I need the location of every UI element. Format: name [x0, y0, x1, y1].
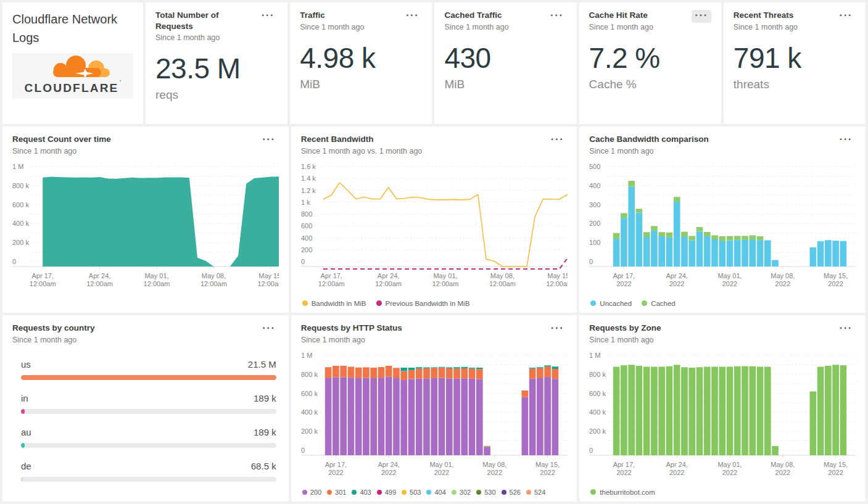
bar-segment: [438, 378, 445, 455]
svg-text:1 M: 1 M: [12, 163, 23, 170]
requests-by-http-status-panel: Requests by HTTP Status Since 1 month ag…: [291, 315, 577, 502]
panel-menu-button[interactable]: ···: [547, 10, 566, 23]
svg-text:500: 500: [589, 163, 600, 170]
legend-item[interactable]: Cached: [642, 300, 676, 307]
svg-text:Apr 24,: Apr 24,: [89, 272, 110, 279]
chart-subtitle: Since 1 month ago: [589, 336, 661, 344]
stat-unit: Cache %: [589, 78, 711, 91]
svg-text:300: 300: [589, 200, 600, 208]
request-count-chart[interactable]: 1 M800 k600 k400 k200 k0Apr 17,12:00amAp…: [12, 159, 279, 298]
stat-subtitle: Since 1 month ago: [444, 23, 508, 31]
legend-dot-icon: [302, 300, 308, 306]
legend-dot-icon: [476, 490, 481, 495]
bar-segment: [750, 239, 756, 266]
bar-segment: [461, 366, 468, 368]
legend-item[interactable]: 200: [302, 489, 321, 496]
bar-segment: [521, 397, 528, 455]
panel-menu-button[interactable]: ···: [837, 134, 856, 147]
chart-subtitle: Since 1 month ago: [12, 336, 95, 344]
legend-dot-icon: [402, 490, 407, 495]
legend-item[interactable]: 530: [476, 489, 495, 496]
svg-text:12:00am: 12:00am: [257, 280, 279, 287]
svg-text:Apr 24,: Apr 24,: [378, 461, 399, 468]
bar-segment: [643, 237, 650, 266]
svg-text:1.4 k: 1.4 k: [301, 175, 316, 182]
panel-menu-button[interactable]: ···: [258, 10, 278, 23]
bar-segment: [400, 371, 407, 380]
bar-segment: [468, 368, 475, 369]
bar-segment: [704, 236, 711, 266]
legend-item[interactable]: 526: [502, 489, 521, 496]
legend-dot-icon: [327, 490, 332, 495]
legend-item[interactable]: Bandwidth in MiB: [302, 300, 366, 307]
svg-text:400: 400: [301, 234, 312, 241]
panel-menu-button[interactable]: ···: [837, 10, 856, 23]
svg-text:400 k: 400 k: [12, 220, 29, 227]
country-row[interactable]: us21.5 M: [21, 359, 276, 380]
legend-item[interactable]: 499: [377, 489, 396, 496]
panel-menu-button[interactable]: ···: [837, 323, 856, 336]
svg-text:May 15,: May 15,: [258, 272, 279, 279]
panel-menu-button[interactable]: ···: [259, 134, 278, 147]
country-row[interactable]: au189 k: [21, 427, 276, 448]
svg-text:0: 0: [301, 447, 305, 454]
http-status-chart[interactable]: 1 M800 k600 k400 k200 k0Apr 17,2022Apr 2…: [301, 348, 568, 487]
bar-segment: [643, 232, 650, 237]
country-label: in: [21, 393, 28, 403]
bar-segment: [324, 378, 331, 455]
recent-bandwidth-chart[interactable]: 1.6 k1.4 k1.2 k1 k8006004002000Apr 17,12…: [301, 159, 568, 298]
stat-value: 791 k: [734, 41, 856, 75]
legend-item[interactable]: 302: [452, 489, 471, 496]
bar-segment: [696, 226, 703, 231]
svg-text:12:00am: 12:00am: [200, 280, 227, 287]
bar-segment: [613, 233, 620, 238]
legend-item[interactable]: theburritobot.com: [590, 489, 655, 496]
svg-text:0: 0: [589, 258, 593, 265]
svg-text:Apr 17,: Apr 17,: [613, 272, 635, 279]
bar-segment: [689, 368, 696, 455]
stat-title: Cached Traffic: [444, 10, 508, 21]
svg-text:12:00am: 12:00am: [86, 280, 113, 287]
panel-menu-button[interactable]: ···: [548, 134, 567, 147]
requests-by-zone-chart[interactable]: 1 M800 k600 k400 k200 k0Apr 17,2022Apr 2…: [589, 348, 856, 487]
legend-item[interactable]: 403: [352, 489, 371, 496]
country-bar-fill: [21, 443, 25, 448]
panel-menu-button[interactable]: ···: [548, 323, 567, 336]
bar-segment: [840, 241, 847, 266]
bar-segment: [552, 379, 558, 455]
svg-text:2022: 2022: [540, 469, 555, 476]
country-row[interactable]: in189 k: [21, 393, 276, 414]
bar-segment: [613, 366, 620, 455]
bar-segment: [621, 365, 627, 455]
bar-segment: [817, 241, 824, 266]
country-row[interactable]: de68.5 k: [21, 461, 276, 482]
svg-text:May 01,: May 01,: [433, 272, 457, 279]
country-bars-list: us21.5 Min189 kau189 kde68.5 k: [12, 359, 279, 482]
legend-dot-icon: [526, 490, 531, 495]
legend-item[interactable]: Uncached: [590, 300, 632, 307]
legend-label: Bandwidth in MiB: [312, 300, 366, 307]
panel-menu-button[interactable]: ···: [403, 10, 422, 23]
bar-segment: [659, 366, 666, 455]
cache-bandwidth-chart[interactable]: 5004003002001000Apr 17,2022Apr 24,2022Ma…: [589, 159, 856, 298]
panel-menu-button[interactable]: ···: [259, 323, 278, 336]
bar-segment: [674, 202, 680, 266]
panel-menu-button[interactable]: ···: [692, 10, 711, 23]
bar-segment: [393, 378, 400, 455]
svg-text:600 k: 600 k: [301, 389, 318, 397]
bar-segment: [363, 378, 370, 455]
bar-segment: [651, 226, 658, 230]
chart-title: Requests by country: [12, 323, 95, 334]
legend-label: theburritobot.com: [600, 489, 655, 496]
stat-value: 7.2 %: [589, 41, 711, 75]
legend-item[interactable]: 503: [402, 489, 421, 496]
legend-item[interactable]: 404: [426, 489, 445, 496]
legend-item[interactable]: Previous Bandwidth in MiB: [376, 300, 470, 307]
legend-dot-icon: [502, 490, 506, 495]
legend-item[interactable]: 524: [526, 489, 545, 496]
bar-segment: [484, 447, 490, 455]
bar-segment: [408, 379, 415, 455]
svg-text:12:00am: 12:00am: [546, 280, 568, 287]
bar-segment: [810, 247, 817, 266]
legend-item[interactable]: 301: [327, 489, 346, 496]
